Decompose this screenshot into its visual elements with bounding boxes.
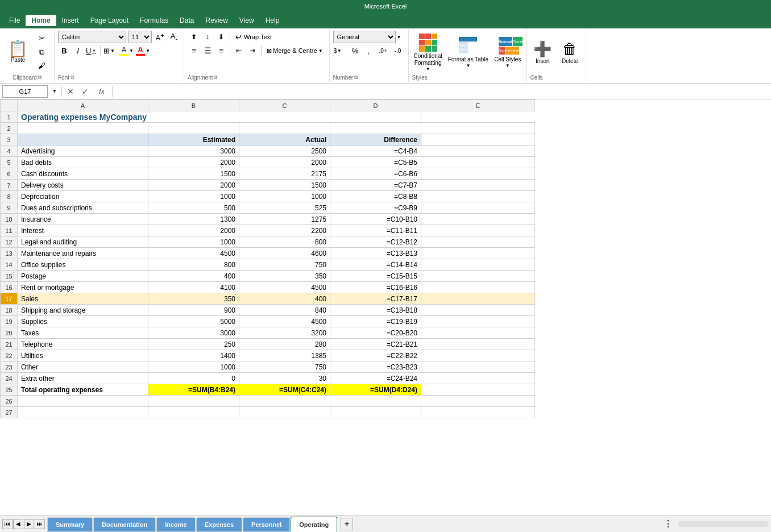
cell-e17[interactable] [421,293,535,305]
cell-b23[interactable]: 1000 [148,361,239,373]
cell-b18[interactable]: 900 [148,305,239,316]
table-row[interactable]: 26 [1,396,535,407]
cell-b2[interactable] [148,123,239,134]
col-header-d[interactable]: D [330,100,421,111]
cell-b11[interactable]: 2000 [148,225,239,236]
copy-button[interactable]: ⧉ [34,46,49,59]
cell-a8[interactable]: Depreciation [18,191,148,202]
table-row[interactable]: 20Taxes30003200=C20-B20 [1,327,535,339]
cell-b17[interactable]: 350 [148,293,239,305]
cell-d4[interactable]: =C4-B4 [330,146,421,157]
cell-e5[interactable] [421,157,535,168]
cell-b15[interactable]: 400 [148,271,239,282]
row-header-16[interactable]: 16 [1,282,18,293]
cell-d19[interactable]: =C19-B19 [330,316,421,327]
col-header-b[interactable]: B [148,100,239,111]
cell-styles-button[interactable]: Normal Good Bad Neutral Cell Styles ▼ [492,34,523,70]
cell-c17[interactable]: 400 [239,293,330,305]
cell-c20[interactable]: 3200 [239,327,330,339]
italic-button[interactable]: I [72,44,84,57]
cell-d11[interactable]: =C11-B11 [330,225,421,236]
menu-insert[interactable]: Insert [56,15,85,26]
alignment-expand-icon[interactable]: ⧉ [214,74,217,81]
cell-c11[interactable]: 2200 [239,225,330,236]
cell-d24[interactable]: =C24-B24 [330,373,421,384]
cell-a23[interactable]: Other [18,361,148,373]
row-header-18[interactable]: 18 [1,305,18,316]
cell-a26[interactable] [18,396,148,407]
col-header-c[interactable]: C [239,100,330,111]
row-header-9[interactable]: 9 [1,202,18,214]
cell-d22[interactable]: =C22-B22 [330,350,421,361]
cell-a25[interactable]: Total operating expenses [18,384,148,396]
cell-b20[interactable]: 3000 [148,327,239,339]
inc-decimal-button[interactable]: .0+ [376,44,390,57]
wrap-text-button[interactable]: ↵ Wrap Text [233,31,275,43]
underline-button[interactable]: U ▼ [85,44,98,57]
tab-next-button[interactable]: ▶ [24,519,34,529]
cell-b6[interactable]: 1500 [148,168,239,180]
percent-button[interactable]: % [349,44,362,57]
table-row[interactable]: 24Extra other030=C24-B24 [1,373,535,384]
cell-d6[interactable]: =C6-B6 [330,168,421,180]
row-header-19[interactable]: 19 [1,316,18,327]
menu-review[interactable]: Review [200,15,233,26]
row-header-12[interactable]: 12 [1,236,18,248]
cell-e20[interactable] [421,327,535,339]
cell-d13[interactable]: =C13-B13 [330,248,421,259]
dec-decimal-button[interactable]: -.0 [391,44,405,57]
delete-cells-button[interactable]: 🗑 Delete [557,39,582,66]
table-row[interactable]: 22Utilities14001385=C22-B22 [1,350,535,361]
cell-a18[interactable]: Shipping and storage [18,305,148,316]
cell-b24[interactable]: 0 [148,373,239,384]
cell-d20[interactable]: =C20-B20 [330,327,421,339]
table-row[interactable]: 12Legal and auditing1000800=C12-B12 [1,236,535,248]
row-header-15[interactable]: 15 [1,271,18,282]
row-header-7[interactable]: 7 [1,180,18,191]
cell-d7[interactable]: =C7-B7 [330,180,421,191]
cell-e18[interactable] [421,305,535,316]
cell-b12[interactable]: 1000 [148,236,239,248]
col-header-a[interactable]: A [18,100,148,111]
row-header-13[interactable]: 13 [1,248,18,259]
cell-b8[interactable]: 1000 [148,191,239,202]
cell-b7[interactable]: 2000 [148,180,239,191]
cell-d21[interactable]: =C21-B21 [330,339,421,350]
align-middle-button[interactable]: ↕ [201,31,214,43]
table-row[interactable]: 2 [1,123,535,134]
table-row[interactable]: 6Cash discounts15002175=C6-B6 [1,168,535,180]
cell-e9[interactable] [421,202,535,214]
table-row[interactable]: 3EstimatedActualDifference [1,134,535,146]
cell-c23[interactable]: 750 [239,361,330,373]
cell-e16[interactable] [421,282,535,293]
font-grow-button[interactable]: A+ [154,31,166,43]
cell-b21[interactable]: 250 [148,339,239,350]
row-header-24[interactable]: 24 [1,373,18,384]
cell-a19[interactable]: Supplies [18,316,148,327]
tab-income[interactable]: Income [156,517,196,532]
cell-c2[interactable] [239,123,330,134]
table-row[interactable]: 10Insurance13001275=C10-B10 [1,214,535,225]
cell-e12[interactable] [421,236,535,248]
row-header-17[interactable]: 17 [1,293,18,305]
row-header-2[interactable]: 2 [1,123,18,134]
font-shrink-button[interactable]: A- [168,31,180,43]
cell-b13[interactable]: 4500 [148,248,239,259]
cell-a7[interactable]: Delivery costs [18,180,148,191]
cell-e15[interactable] [421,271,535,282]
table-row[interactable]: 8Depreciation10001000=C8-B8 [1,191,535,202]
cell-d10[interactable]: =C10-B10 [330,214,421,225]
cell-c19[interactable]: 4500 [239,316,330,327]
add-sheet-button[interactable]: + [341,518,353,530]
cell-a10[interactable]: Insurance [18,214,148,225]
cell-b19[interactable]: 5000 [148,316,239,327]
number-expand-icon[interactable]: ⧉ [354,74,358,81]
table-row[interactable]: 14Office supplies800750=C14-B14 [1,259,535,271]
cell-e2[interactable] [421,123,535,134]
row-header-23[interactable]: 23 [1,361,18,373]
cell-a5[interactable]: Bad debts [18,157,148,168]
align-left-button[interactable]: ≡ [188,44,200,57]
row-header-11[interactable]: 11 [1,225,18,236]
cell-d8[interactable]: =C8-B8 [330,191,421,202]
scrollbar-tabs[interactable] [678,521,769,527]
